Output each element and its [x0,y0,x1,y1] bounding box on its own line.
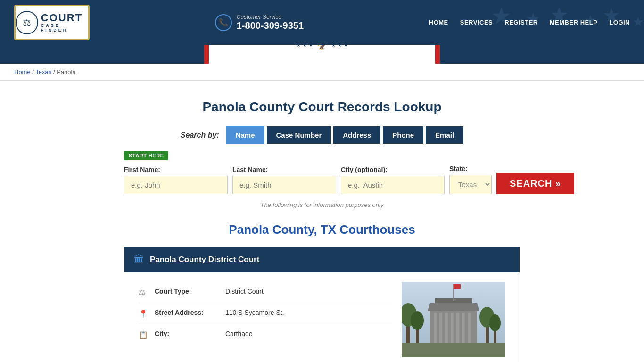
court-type-icon: ⚖ [139,288,150,297]
svg-marker-14 [428,303,479,311]
svg-rect-11 [456,313,459,343]
courthouse-info: ⚖ Court Type: District Court 📍 Street Ad… [139,282,392,357]
logo-text: COURT [41,13,88,23]
tab-phone[interactable]: Phone [383,126,423,144]
nav-login[interactable]: LOGIN [609,19,630,26]
start-here-badge: START HERE [124,151,168,160]
search-section: Search by: Name Case Number Address Phon… [124,126,520,208]
search-by-label: Search by: [181,131,219,140]
courthouses-title: Panola County, TX Courthouses [124,222,520,237]
scales-icon: ⚖ [23,17,31,28]
customer-service-text: Customer Service 1-800-309-9351 [237,14,304,31]
city-icon: 📋 [139,330,150,339]
page-title: Panola County Court Records Lookup [124,99,520,115]
nav-home[interactable]: HOME [429,19,448,26]
address-icon: 📍 [139,309,150,318]
svg-rect-12 [462,313,465,343]
header-arc: ★ ★ ★ 🦅 ★ ★ ★ [0,45,644,64]
city-value: Carthage [225,330,253,337]
court-type-label: Court Type: [155,288,221,295]
site-header: ★ ★ ★ ★ ★ ★ ⚖ COURT CASE FINDER [0,0,644,64]
svg-rect-8 [439,313,442,343]
state-field-group: State: Texas [449,165,492,194]
search-by-row: Search by: Name Case Number Address Phon… [124,126,520,144]
courthouse-header: 🏛 Panola County District Court [124,247,520,272]
address-value: 110 S Sycamore St. [225,309,284,316]
star: ★ [303,45,307,48]
courthouse-svg [402,282,505,357]
svg-rect-13 [468,313,471,343]
last-name-field-group: Last Name: [232,166,336,194]
svg-rect-7 [434,313,437,343]
state-select[interactable]: Texas [449,175,492,194]
breadcrumb-county: Panola [57,68,75,75]
svg-point-21 [489,314,501,331]
address-label: Street Address: [155,309,221,316]
courthouse-img-placeholder [402,282,505,357]
nav-member-help[interactable]: MEMBER HELP [550,19,598,26]
svg-rect-1 [402,343,505,357]
address-row: 📍 Street Address: 110 S Sycamore St. [139,303,392,324]
cs-phone: 1-800-309-9351 [237,20,304,31]
last-name-label: Last Name: [232,166,336,173]
courthouse-card: 🏛 Panola County District Court ⚖ Court T… [124,247,520,362]
logo-sub-text: CASE FINDER [41,23,88,33]
header-arc-inner: ★ ★ ★ 🦅 ★ ★ ★ [209,45,435,64]
courthouse-icon: 🏛 [134,254,144,266]
city-row: 📋 City: Carthage [139,324,392,345]
cs-label: Customer Service [237,14,304,20]
svg-rect-9 [445,313,448,343]
tab-address[interactable]: Address [333,126,380,144]
court-type-value: District Court [225,288,264,295]
svg-point-5 [411,311,424,330]
stars-left: ★ ★ ★ [297,45,313,48]
star: ★ [338,45,342,48]
tab-case-number[interactable]: Case Number [267,126,331,144]
nav-services[interactable]: SERVICES [460,19,493,26]
courthouse-image [402,282,505,357]
star: ★ [309,45,313,48]
main-content: Panola County Court Records Lookup Searc… [110,81,534,362]
customer-service: 📞 Customer Service 1-800-309-9351 [215,14,304,31]
svg-rect-10 [451,313,454,343]
star: ★ [344,45,348,48]
tab-email[interactable]: Email [426,126,463,144]
svg-rect-17 [454,284,461,289]
city-label: City (optional): [341,166,445,173]
city-field-group: City (optional): [341,166,445,194]
logo-box: ⚖ COURT CASE FINDER [14,5,90,40]
nav-register[interactable]: REGISTER [504,19,537,26]
eagle-area: ★ ★ ★ 🦅 ★ ★ ★ [297,45,348,51]
court-type-row: ⚖ Court Type: District Court [139,282,392,303]
search-fields: First Name: Last Name: City (optional): … [124,165,520,194]
courthouse-body: ⚖ Court Type: District Court 📍 Street Ad… [124,272,520,362]
star: ★ [331,45,336,48]
last-name-input[interactable] [232,176,336,194]
first-name-input[interactable] [124,176,228,194]
first-name-field-group: First Name: [124,166,228,194]
breadcrumb-home[interactable]: Home [14,68,31,75]
city-label: City: [155,330,221,337]
breadcrumb: Home / Texas / Panola [0,64,644,81]
logo-area: ⚖ COURT CASE FINDER [14,5,90,40]
svg-rect-16 [453,284,454,301]
tab-name[interactable]: Name [226,126,264,144]
city-input[interactable] [341,176,445,194]
info-note: The following is for information purpose… [124,201,520,208]
phone-icon: 📞 [215,14,232,31]
main-nav: HOME SERVICES REGISTER MEMBER HELP LOGIN [429,19,630,26]
star: ★ [297,45,301,48]
search-button[interactable]: SEARCH » [496,173,574,194]
first-name-label: First Name: [124,166,228,173]
eagle-icon: 🦅 [316,45,329,51]
breadcrumb-state[interactable]: Texas [35,68,51,75]
stars-right: ★ ★ ★ [331,45,348,48]
courthouse-name-link[interactable]: Panola County District Court [150,255,259,264]
logo-emblem: ⚖ [16,11,38,34]
state-label: State: [449,165,492,173]
